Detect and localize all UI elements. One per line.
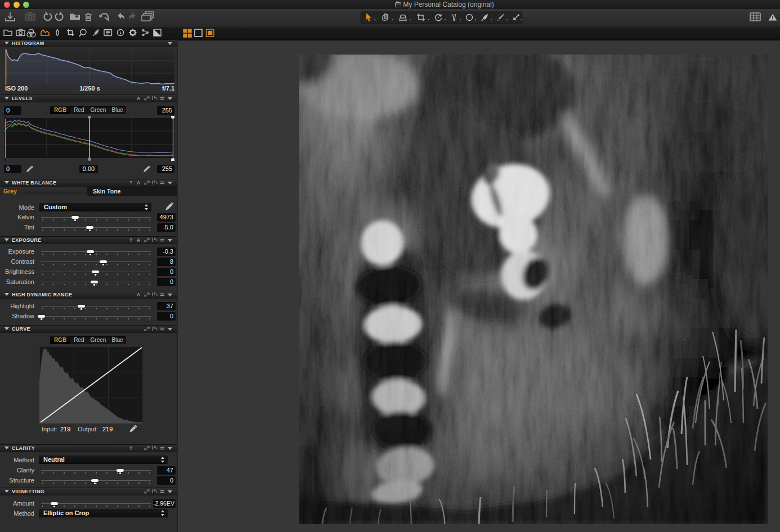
svg-text:?: ? (129, 445, 132, 451)
svg-text:?: ? (129, 180, 132, 186)
svg-text:?: ? (129, 237, 132, 243)
svg-text:A: A (137, 180, 140, 186)
svg-text:A: A (137, 237, 140, 243)
svg-text:A: A (137, 292, 140, 297)
svg-text:A: A (137, 96, 140, 101)
